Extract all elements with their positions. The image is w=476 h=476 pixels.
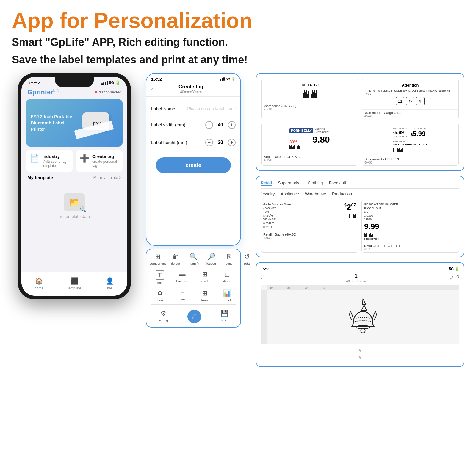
magnify-label: magnify [188,262,199,265]
menu-card-industry[interactable]: 📄 Industry Multi-scene tag template [26,150,73,172]
canvas-content [267,290,459,344]
ct-back-button[interactable]: ‹ [151,85,153,93]
unit-price-number: 5.99 [394,130,404,135]
toolbar-qrcode[interactable]: ⊞ qrcode [196,270,214,284]
warehouse-card-footer: Warehouse - N-14-C ( ... 20x10 [262,103,358,112]
warehouse-name: Warehouse - N-14-C ( ... [264,104,356,108]
editor-status-icons: 5G 🔋 [449,267,459,271]
cargo-icon-2: ♻ [406,97,414,105]
toolbar-lessen[interactable]: 🔎 lessen [202,253,220,265]
lessen-icon: 🔎 [207,253,215,261]
toolbar-icon-btn[interactable]: ✿ icon [151,289,169,302]
connection-status: disconnected [95,90,121,94]
industry-title: Industry [42,154,69,159]
app-logo: GprinterLife [27,88,60,96]
battery-icon: 🔋 [115,80,120,85]
category-section: Retail Supermarket Clothing Foodstuff Je… [256,176,464,257]
icon-label: icon [157,298,163,302]
height-stepper: − 30 + [205,139,236,146]
excel-label: Excel [223,298,231,302]
phone-notch [55,77,94,87]
ruler-horizontal: 10 20 30 40 [267,285,459,290]
height-increase-btn[interactable]: + [228,139,236,146]
cat-tab-production[interactable]: Production [332,192,352,196]
folder-icon: 📂 [69,197,80,207]
toolbar-row-1: ⊞ component 🗑 delete 🔍 magnify 🔎 lessen … [149,253,238,265]
cat-tab-warehouse[interactable]: Warehouse [305,192,326,196]
toolbar-magnify[interactable]: 🔍 magnify [184,253,202,265]
product-card-gache: Gache Tranchee Ovale 450G NRT 450g $4.60… [261,200,358,253]
product-cards: Gache Tranchee Ovale 450G NRT 450g $4.60… [261,200,459,253]
cat-tab-clothing[interactable]: Clothing [308,181,323,186]
height-decrease-btn[interactable]: − [205,139,213,146]
toolbar-copy[interactable]: ⎘ copy [220,253,238,265]
pork-card-content: PORK BELLY Shelf life September 1 30%↓ 9… [262,123,358,154]
more-templates-link[interactable]: More tamplate > [93,175,121,180]
toolbar-line[interactable]: ≡ line [173,289,191,302]
signal-bars [101,81,108,85]
excel-icon: 📊 [223,289,231,297]
cat-tab-supermarket[interactable]: Supermarket [278,181,302,186]
toolbar-setting[interactable]: ⚙ setting [158,310,168,323]
unit-price-title: UNIT PRINCE [393,127,408,130]
gache-price-num: 2 [347,203,351,212]
shelf-label: Shelf life [314,127,330,131]
barcode-code: N-14-C [302,83,317,88]
toolbar-print[interactable]: 🖨 [187,310,201,323]
toolbar-row-2: T text ▬ barcode ⊞ qrcode ◻ shape [149,270,238,284]
nav-template-label: template [68,286,81,290]
editor-back-button[interactable]: ‹ [261,275,263,281]
help-icon[interactable]: ? [456,275,459,281]
line-icon: ≡ [181,289,184,296]
app-header: GprinterLife disconnected [21,85,127,99]
nav-me[interactable]: 👤 me [92,272,127,296]
toolbar-barcode[interactable]: ▬ barcode [173,270,191,284]
gache-price-big: $ 2 07 [344,203,356,212]
product-banner[interactable]: FYJ 2 Inch Portable Bluetooth Label Prin… [26,99,123,147]
width-stepper: − 40 + [205,121,236,129]
arrow-up-1: ↑ [300,83,302,88]
editor-size: 40mmx30mm [346,279,366,283]
save-icon: 💾 [220,310,228,317]
retail-title: RETALL PRICE [411,127,428,130]
cat-tab-appliance[interactable]: Appliance [281,192,299,196]
print-button-circle[interactable]: 🖨 [187,310,201,323]
label-cards-top: ↑ N-14-C ↑ [256,73,464,171]
pork-barcode [289,145,330,149]
menu-card-create-tag[interactable]: ➕ Create tag create personal tag [76,150,123,172]
chevron-down-icon: ∨ [358,346,362,353]
nav-home[interactable]: 🏠 home [21,272,57,296]
cat-tab-jewelry[interactable]: Jewelry [261,192,275,196]
cat-tab-retail[interactable]: Retail [261,181,272,186]
label-card-unit: UNIT PRINCE $ 5.99 PER EACH RETALL PRICE [362,123,459,166]
create-tag-screen: 15:52 5G 🔋 ‹ Create tag 40mmx30mm [146,73,241,246]
no-template-text: no tamplate data [59,214,90,219]
toolbar-form[interactable]: ⊞ form [196,289,214,302]
label-name-label: Label Name [151,106,175,111]
toolbar-excel[interactable]: 📊 Excel [218,289,236,302]
canvas-area[interactable]: 10 20 30 40 [261,285,459,344]
cargo-icons-row: 11 ♻ ✳ [366,97,454,105]
toolbar-text[interactable]: T text [151,270,169,284]
toolbar-delete[interactable]: 🗑 delete [167,253,184,265]
toolbar-rotate[interactable]: ↺ rota [238,253,256,265]
nav-template[interactable]: ⬛ template [57,272,92,296]
toolbar-component[interactable]: ⊞ component [149,253,167,265]
cat-tab-foodstuff[interactable]: Foodstuff [329,181,346,186]
toolbar-shape[interactable]: ◻ shape [218,270,236,284]
pork-big-price: 9.80 [312,135,330,144]
unit-name: Supermaket - UNIT PRI... [364,157,456,161]
create-button[interactable]: create [156,157,231,173]
fullscreen-icon[interactable]: ⤢ [450,275,454,281]
ct-subtitle: 40mmx30mm [178,90,203,94]
shape-label: shape [223,279,231,283]
icon-icon: ✿ [157,289,163,297]
width-decrease-btn[interactable]: − [205,121,213,129]
label-name-placeholder[interactable]: Please enter a label name [187,106,236,111]
warehouse-card-content: ↑ N-14-C ↑ [262,79,358,103]
toolbar-save[interactable]: 💾 save [220,310,228,323]
gache-footer: Retail - Gache (40x30) 40x30 [261,231,358,241]
pork-header: PORK BELLY Shelf life September 1 [289,127,330,134]
width-increase-btn[interactable]: + [228,121,236,129]
barcode-label: barcode [176,279,188,283]
